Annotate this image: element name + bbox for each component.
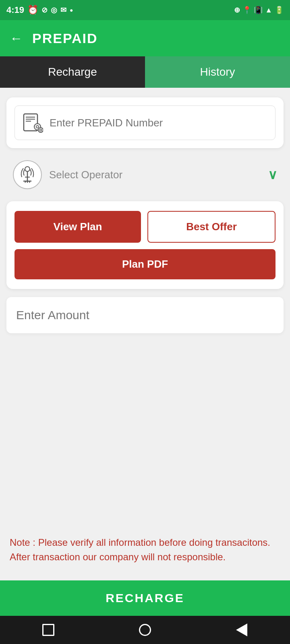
chevron-down-icon: ∨: [268, 167, 277, 182]
plan-pdf-button[interactable]: Plan PDF: [14, 249, 276, 279]
main-content: Select Operator ∨ View Plan Best Offer P…: [0, 88, 290, 580]
tabs-container: Recharge History: [0, 56, 290, 88]
amount-input[interactable]: [16, 308, 274, 322]
dot-indicator: ●: [70, 7, 73, 13]
nav-circle-icon[interactable]: [135, 620, 155, 640]
plan-buttons-row: View Plan Best Offer: [14, 211, 276, 243]
back-button[interactable]: ←: [10, 32, 23, 45]
spacer: [6, 341, 284, 527]
tab-recharge[interactable]: Recharge: [0, 56, 145, 88]
battery-icon: 🔋: [275, 6, 284, 14]
recharge-button-label: RECHARGE: [106, 591, 184, 605]
nav-square-icon[interactable]: [38, 620, 58, 640]
svg-point-8: [25, 167, 30, 171]
top-bar: ← PREPAID: [0, 20, 290, 56]
best-offer-button[interactable]: Best Offer: [147, 211, 276, 243]
status-bar: 4:19 ⏰ ⊘ ◎ ✉ ● ⊕ 📍 📳 ▲ 🔋: [0, 0, 290, 20]
plan-card: View Plan Best Offer Plan PDF: [6, 201, 284, 289]
status-time: 4:19: [6, 5, 24, 15]
operator-select-row[interactable]: Select Operator ∨: [6, 156, 284, 193]
prepaid-number-input[interactable]: [50, 117, 268, 129]
tab-history[interactable]: History: [145, 56, 290, 88]
vibrate-icon: 📳: [254, 6, 263, 14]
operator-label: Select Operator: [49, 169, 261, 181]
status-right: ⊕ 📍 📳 ▲ 🔋: [234, 6, 284, 14]
svg-point-6: [38, 128, 43, 132]
operator-icon: [13, 160, 42, 189]
note-text: Note : Please verify all information bef…: [6, 535, 284, 571]
status-left: 4:19 ⏰ ⊘ ◎ ✉ ●: [6, 5, 73, 15]
prepaid-number-card: [6, 97, 284, 148]
amount-card: [6, 297, 284, 333]
compass-icon: ⊘: [41, 6, 48, 14]
alarm-icon: ⏰: [27, 5, 38, 15]
prepaid-input-wrapper: [14, 105, 276, 140]
nav-bar: [0, 616, 290, 644]
email-icon: ✉: [60, 6, 66, 14]
location-icon: 📍: [242, 6, 251, 14]
add-circle-icon: ⊕: [234, 6, 240, 14]
prepaid-icon: [22, 112, 43, 133]
dnd-icon: ◎: [51, 6, 57, 14]
recharge-button-bar[interactable]: RECHARGE: [0, 580, 290, 616]
nav-back-icon[interactable]: [232, 620, 252, 640]
wifi-icon: ▲: [265, 6, 272, 14]
view-plan-button[interactable]: View Plan: [14, 211, 141, 243]
page-title: PREPAID: [32, 31, 98, 46]
